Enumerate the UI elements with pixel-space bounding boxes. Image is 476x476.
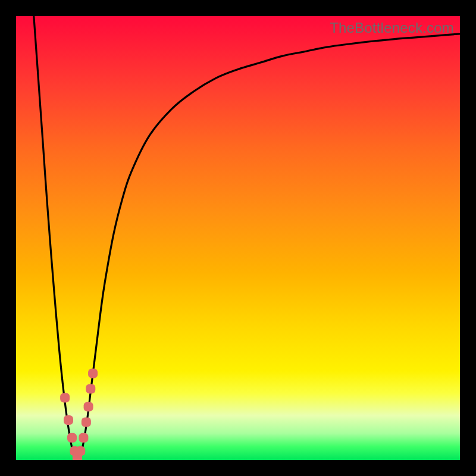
data-marker xyxy=(88,369,98,378)
data-marker xyxy=(84,402,93,412)
data-marker xyxy=(67,433,77,443)
data-marker xyxy=(86,384,95,394)
chart-svg xyxy=(16,16,460,460)
data-marker xyxy=(79,433,88,443)
chart-frame: TheBottleneck.com xyxy=(0,0,476,476)
bottleneck-curve xyxy=(34,16,460,460)
plot-area: TheBottleneck.com xyxy=(16,16,460,460)
data-marker xyxy=(76,446,85,456)
data-marker xyxy=(64,415,73,425)
data-marker xyxy=(60,393,70,403)
data-marker xyxy=(82,418,91,427)
